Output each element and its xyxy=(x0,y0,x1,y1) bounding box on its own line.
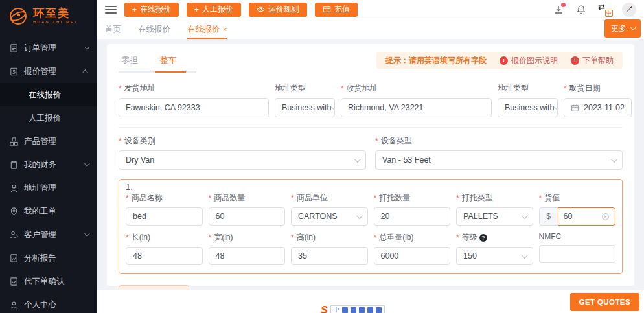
chevron-up-icon xyxy=(82,69,87,75)
chevron-down-icon xyxy=(354,156,361,163)
pallet-type-field: *打托类型 PALLETS xyxy=(456,192,533,226)
equipment-category-select[interactable]: Dry Van xyxy=(119,150,366,170)
calendar-icon xyxy=(571,104,579,112)
sidebar-item-online-quote[interactable]: 在线报价 xyxy=(0,83,97,106)
help-icon[interactable]: ? xyxy=(479,234,487,242)
height-input[interactable]: 35 xyxy=(291,247,368,265)
hamburger-menu-icon[interactable] xyxy=(105,6,117,14)
user-icon xyxy=(9,300,19,310)
quote-form-card: 零担 整车 提示：请用英语填写所有字段 i 报价图示说明 + 下单帮助 *发货地… xyxy=(107,44,634,286)
dart-icon[interactable] xyxy=(622,3,636,17)
pallet-qty-field: *打托数量 20 xyxy=(374,192,451,226)
text-cursor xyxy=(573,212,573,221)
more-button[interactable]: 更多 xyxy=(604,19,641,38)
bell-icon[interactable] xyxy=(575,4,587,16)
origin-address-type-select[interactable]: Business with xyxy=(275,98,335,117)
height-field: *高(in) 35 xyxy=(291,232,368,265)
item-row-1: *商品名称 bed *商品数量 60 *商品单位 CARTONS xyxy=(126,192,615,226)
equipment-category-field: *设备类别 Dry Van xyxy=(119,135,366,170)
brand-subtitle: HUAN ZHI MEI xyxy=(33,21,77,25)
pallet-qty-input[interactable]: 20 xyxy=(374,207,451,226)
item-name-input[interactable]: bed xyxy=(126,207,203,226)
chevron-down-icon xyxy=(84,231,89,236)
help-icon: + xyxy=(571,56,579,65)
eye-icon xyxy=(257,5,265,14)
sidebar-item-products[interactable]: 产品管理 xyxy=(0,130,97,153)
chevron-down-icon xyxy=(521,252,527,259)
sidebar-item-finance[interactable]: 我的财务 xyxy=(0,153,97,176)
location-pin-icon xyxy=(9,207,19,216)
freight-class-field: *等级? 150 xyxy=(456,232,533,265)
price-tag-icon xyxy=(9,67,19,76)
plus-icon: + xyxy=(194,6,199,14)
footer-certification-logos: S 中 xyxy=(321,305,385,313)
sidebar-item-tickets[interactable]: 我的工单 xyxy=(0,200,97,223)
footer-bar: S 中 GET QUOTES xyxy=(97,290,644,313)
language-switch-icon[interactable]: ⇄ 中 xyxy=(598,3,611,16)
brand-logo: 环至美 HUAN ZHI MEI xyxy=(0,0,97,32)
length-input[interactable]: 48 xyxy=(126,247,203,265)
quote-mode-tabs: 零担 整车 xyxy=(119,51,196,73)
length-field: *长(in) 48 xyxy=(126,232,203,265)
quote-diagram-link[interactable]: i 报价图示说明 xyxy=(500,55,558,66)
topbar-right-icons: ⇄ 中 xyxy=(553,3,636,17)
origin-address-type-field: 地址类型 Business with xyxy=(275,83,335,117)
pickup-date-field: *取货日期 2023-11-02 xyxy=(564,83,632,117)
sidebar-item-addresses[interactable]: 地址管理 xyxy=(0,176,97,200)
weight-input[interactable]: 6000 xyxy=(374,247,451,265)
cargo-value-input[interactable]: 60 xyxy=(558,207,616,226)
sidebar-item-reports[interactable]: 分析报告 xyxy=(0,246,97,270)
main-area: + 在线报价 + 人工报价 运价规则 充值 ⇄ 中 xyxy=(97,0,644,313)
tab-ftl[interactable]: 整车 xyxy=(157,51,179,71)
destination-address-type-select[interactable]: Business with xyxy=(498,98,558,117)
tab-ltl[interactable]: 零担 xyxy=(119,51,141,71)
sidebar-item-orders[interactable]: 订单管理 xyxy=(0,36,97,60)
document-check-icon xyxy=(9,277,19,286)
chevron-down-icon xyxy=(521,213,527,219)
chevron-down-icon xyxy=(331,104,335,110)
item-unit-select[interactable]: CARTONS xyxy=(291,207,368,226)
divider xyxy=(119,127,623,128)
item-qty-input[interactable]: 60 xyxy=(209,207,286,226)
recharge-button[interactable]: 充值 xyxy=(315,3,358,17)
page-tabbar: 首页 在线报价 在线报价× 更多 xyxy=(97,19,644,39)
cargo-item-box: 1. *商品名称 bed *商品数量 60 *商品单位 CARTONS xyxy=(119,179,623,274)
get-quotes-button[interactable]: GET QUOTES xyxy=(570,293,639,311)
item-unit-field: *商品单位 CARTONS xyxy=(291,192,368,226)
sidebar-item-order-confirm[interactable]: 代下单确认 xyxy=(0,270,97,293)
sidebar-item-quotes[interactable]: 报价管理 xyxy=(0,60,97,83)
chevron-down-icon xyxy=(356,213,362,219)
destination-address-type-field: 地址类型 Business with xyxy=(498,83,558,117)
width-input[interactable]: 48 xyxy=(209,247,286,265)
sidebar-menu: 订单管理 报价管理 在线报价 人工报价 产品管理 我的财务 地址管理 xyxy=(0,36,97,313)
weight-field: *总重量(lb) 6000 xyxy=(374,232,451,265)
document-icon xyxy=(9,43,19,53)
tab-online-quote-active[interactable]: 在线报价× xyxy=(187,19,227,39)
manual-quote-button[interactable]: + 人工报价 xyxy=(187,3,241,17)
info-icon: i xyxy=(500,56,508,65)
online-quote-button[interactable]: + 在线报价 xyxy=(124,3,179,17)
pallet-type-select[interactable]: PALLETS xyxy=(456,207,533,226)
rate-rules-button[interactable]: 运价规则 xyxy=(249,3,307,17)
sidebar-item-customers[interactable]: 客户管理 xyxy=(0,223,97,246)
equipment-type-select[interactable]: Van - 53 Feet xyxy=(375,150,623,170)
freight-class-select[interactable]: 150 xyxy=(456,247,533,265)
tab-online-quote[interactable]: 在线报价 xyxy=(138,19,170,39)
order-help-link[interactable]: + 下单帮助 xyxy=(571,55,614,66)
item-qty-field: *商品数量 60 xyxy=(209,192,286,226)
clear-icon[interactable] xyxy=(601,213,610,221)
tab-home[interactable]: 首页 xyxy=(105,19,121,39)
pickup-date-input[interactable]: 2023-11-02 xyxy=(564,98,632,117)
origin-address-input[interactable]: Fawnskin, CA 92333 xyxy=(119,98,269,117)
sidebar-item-profile[interactable]: 个人中心 xyxy=(0,293,97,313)
chevron-down-icon xyxy=(630,25,636,30)
destination-address-input[interactable]: Richmond, VA 23221 xyxy=(341,98,492,117)
close-icon[interactable]: × xyxy=(223,25,227,33)
nmfc-input[interactable] xyxy=(539,245,616,263)
download-icon[interactable] xyxy=(553,4,564,16)
chevron-down-icon xyxy=(554,104,558,110)
destination-address-field: *收货地址 Richmond, VA 23221 xyxy=(341,83,492,117)
notification-dot xyxy=(561,3,566,7)
item-name-field: *商品名称 bed xyxy=(126,192,203,226)
sidebar-item-manual-quote[interactable]: 人工报价 xyxy=(0,106,97,130)
